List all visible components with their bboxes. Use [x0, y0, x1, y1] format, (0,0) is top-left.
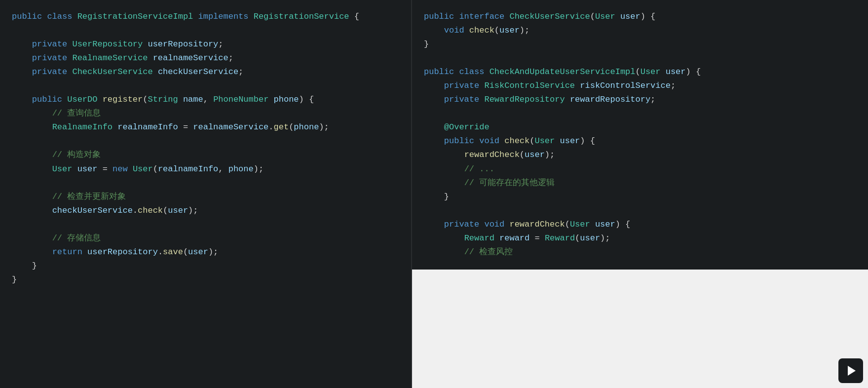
right-code-panel: public interface CheckUserService(User u… — [412, 0, 868, 388]
left-code-panel: public class RegistrationServiceImpl imp… — [0, 0, 412, 388]
bottom-white-area — [412, 270, 868, 388]
right-code-block: public interface CheckUserService(User u… — [424, 10, 856, 260]
left-code-block: public class RegistrationServiceImpl imp… — [12, 10, 399, 287]
watermark-icon — [838, 358, 863, 383]
right-code-area: public interface CheckUserService(User u… — [424, 10, 856, 260]
